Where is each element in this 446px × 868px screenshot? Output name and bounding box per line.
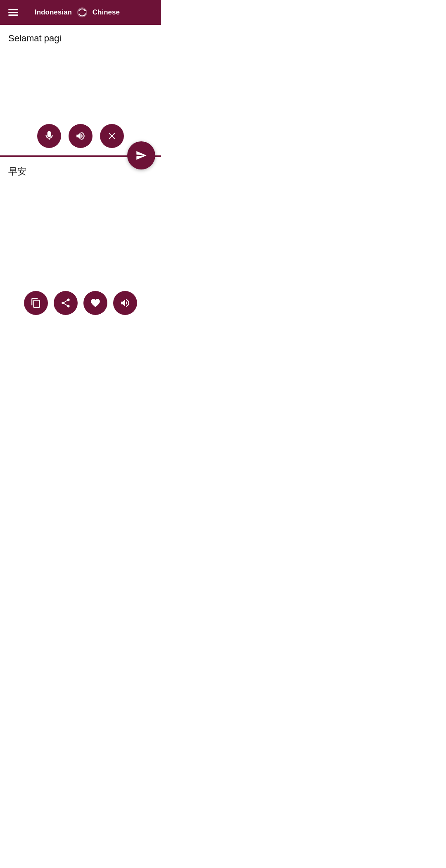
- language-selector: Indonesian Chinese: [35, 6, 120, 19]
- share-button[interactable]: [54, 291, 78, 315]
- target-language-label[interactable]: Chinese: [93, 8, 120, 17]
- app-header: Indonesian Chinese: [0, 0, 161, 25]
- favorite-button[interactable]: [83, 291, 107, 315]
- swap-languages-button[interactable]: [76, 6, 88, 19]
- source-panel: Selamat pagi: [0, 25, 161, 157]
- microphone-button[interactable]: [37, 124, 61, 148]
- speaker-target-button[interactable]: [113, 291, 137, 315]
- speaker-source-button[interactable]: [69, 124, 93, 148]
- source-language-label[interactable]: Indonesian: [35, 8, 72, 17]
- menu-button[interactable]: [8, 9, 18, 16]
- target-panel: 早安: [0, 157, 161, 322]
- target-controls: [0, 291, 161, 315]
- source-text[interactable]: Selamat pagi: [0, 25, 161, 44]
- translate-button[interactable]: [127, 141, 155, 169]
- clear-button[interactable]: [100, 124, 124, 148]
- copy-button[interactable]: [24, 291, 48, 315]
